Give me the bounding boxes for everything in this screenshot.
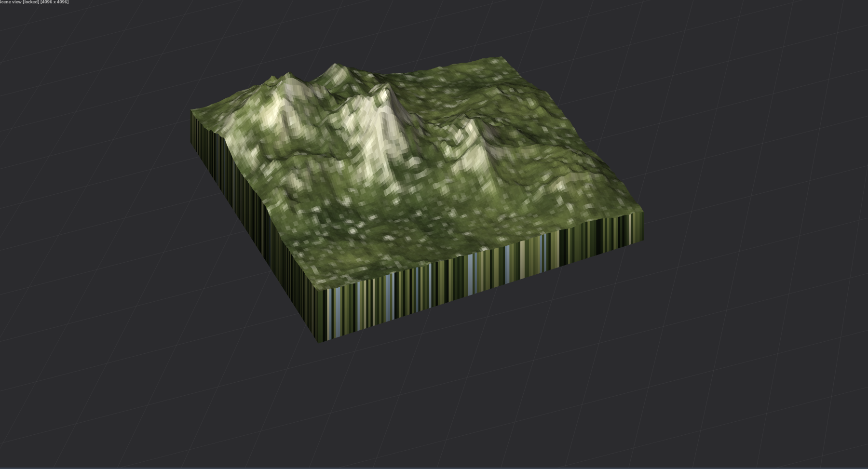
scene-viewport: Scene view [locked] [4096 x 4096] bbox=[0, 0, 868, 469]
viewport-status-label: Scene view [locked] [4096 x 4096] bbox=[0, 0, 68, 4]
terrain-3d-canvas[interactable] bbox=[0, 0, 868, 469]
